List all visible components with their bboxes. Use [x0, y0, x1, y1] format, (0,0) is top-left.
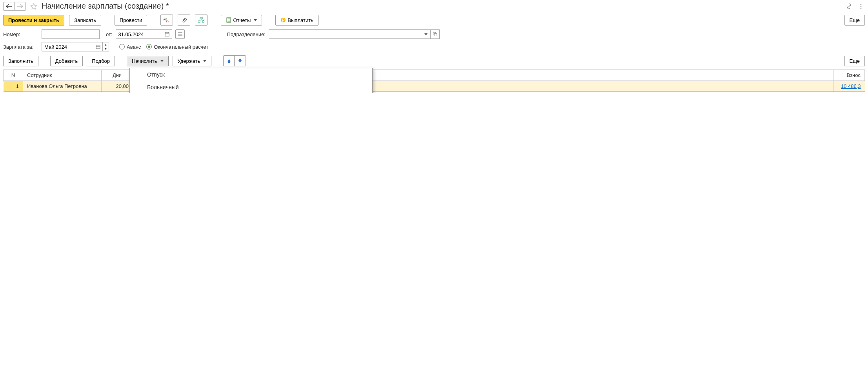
svg-rect-23 — [96, 45, 100, 49]
withhold-button[interactable]: Удержать — [173, 56, 212, 66]
period-input[interactable] — [42, 42, 93, 51]
dtkt-icon[interactable]: ДтКт — [160, 15, 173, 26]
date-input[interactable] — [116, 29, 163, 39]
department-label: Подразделение: — [227, 31, 266, 37]
svg-rect-22 — [434, 33, 437, 36]
accrue-label: Начислить — [132, 58, 157, 64]
attach-icon[interactable] — [178, 15, 190, 26]
list-icon[interactable] — [175, 29, 185, 39]
cell-employee: Иванова Ольга Петровна — [23, 81, 102, 92]
svg-rect-5 — [200, 17, 202, 19]
spinner-down-icon[interactable]: ▼ — [103, 47, 109, 51]
svg-point-2 — [861, 7, 862, 9]
ruble-icon: ₽ — [280, 17, 286, 23]
chevron-down-icon — [254, 19, 257, 21]
svg-text:₽: ₽ — [282, 18, 285, 22]
fill-button[interactable]: Заполнить — [3, 56, 38, 66]
back-button[interactable] — [4, 2, 15, 10]
department-input[interactable] — [269, 29, 421, 39]
dropdown-item[interactable]: Отпуск — [130, 68, 372, 81]
structure-icon[interactable] — [195, 15, 207, 26]
svg-point-0 — [861, 4, 862, 5]
col-contrib[interactable]: Взнос — [833, 70, 865, 81]
col-employee[interactable]: Сотрудник — [23, 70, 102, 81]
salary-for-label: Зарплата за: — [3, 44, 38, 50]
radio-checked-icon — [146, 44, 152, 49]
forward-button[interactable] — [15, 2, 25, 10]
calendar-icon[interactable] — [163, 29, 172, 39]
dropdown-icon[interactable] — [421, 29, 430, 39]
chevron-down-icon — [160, 60, 164, 62]
document-icon — [226, 17, 231, 23]
svg-text:Кт: Кт — [166, 20, 169, 23]
post-button[interactable]: Провести — [115, 15, 147, 26]
add-button[interactable]: Добавить — [50, 56, 83, 66]
more-button-1[interactable]: Еще — [844, 15, 865, 26]
advance-label: Аванс — [127, 44, 141, 50]
col-n[interactable]: N — [4, 70, 23, 81]
more-vertical-icon[interactable] — [857, 2, 865, 10]
spinner-up-icon[interactable]: ▲ — [103, 42, 109, 47]
withhold-label: Удержать — [178, 58, 200, 64]
cell-n: 1 — [4, 81, 23, 92]
post-and-close-button[interactable]: Провести и закрыть — [3, 15, 64, 26]
accrue-dropdown: ОтпускБольничныйКомпенсация за переработ… — [129, 68, 373, 93]
period-spinner[interactable]: ▲ ▼ — [103, 42, 109, 51]
final-label: Окончательный расчет — [154, 44, 208, 50]
open-icon[interactable] — [430, 29, 440, 39]
from-label: от: — [106, 31, 113, 37]
radio-icon — [119, 44, 125, 49]
accrue-button[interactable]: Начислить — [127, 56, 168, 66]
number-label: Номер: — [3, 31, 38, 37]
more-button-2[interactable]: Еще — [844, 56, 865, 66]
svg-rect-14 — [165, 33, 169, 36]
reports-label: Отчеты — [233, 17, 251, 23]
chevron-down-icon — [203, 60, 206, 62]
pay-button[interactable]: ₽ Выплатить — [275, 15, 318, 26]
favorite-icon[interactable] — [30, 2, 38, 10]
svg-point-1 — [861, 5, 862, 7]
dropdown-item[interactable]: Больничный — [130, 81, 372, 93]
link-icon[interactable] — [845, 2, 853, 10]
page-title: Начисление зарплаты (создание) * — [42, 2, 843, 11]
cell-days: 20,00 — [102, 81, 133, 92]
move-buttons — [223, 55, 246, 66]
save-button[interactable]: Записать — [69, 15, 101, 26]
svg-rect-6 — [198, 21, 200, 22]
final-radio[interactable]: Окончательный расчет — [146, 44, 208, 50]
nav-buttons — [3, 2, 26, 11]
pay-label: Выплатить — [288, 17, 313, 23]
svg-rect-7 — [202, 21, 204, 22]
move-down-button[interactable] — [235, 56, 246, 66]
move-up-button[interactable] — [224, 56, 235, 66]
number-input[interactable] — [42, 29, 100, 39]
pick-button[interactable]: Подбор — [87, 56, 115, 66]
col-days[interactable]: Дни — [102, 70, 133, 81]
calendar-icon-2[interactable] — [93, 42, 103, 51]
advance-radio[interactable]: Аванс — [119, 44, 141, 50]
cell-contrib[interactable]: 10 486,3 — [833, 81, 865, 92]
reports-button[interactable]: Отчеты — [221, 15, 262, 26]
